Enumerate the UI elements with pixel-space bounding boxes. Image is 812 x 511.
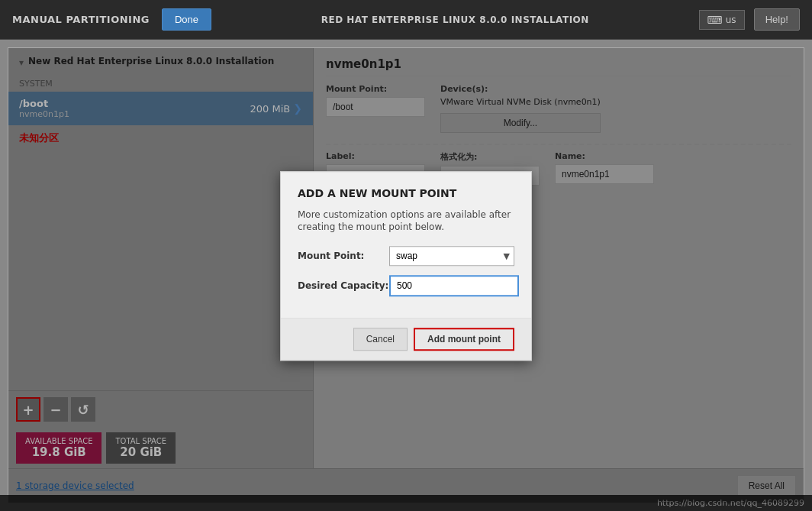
modal-capacity-input[interactable] xyxy=(389,275,519,296)
modal-description: More customization options are available… xyxy=(298,209,514,234)
app-title: MANUAL PARTITIONING xyxy=(12,14,150,25)
keyboard-icon: ⌨ xyxy=(707,14,723,26)
modal-capacity-label: Desired Capacity: xyxy=(298,280,389,291)
modal-mount-point-select[interactable]: swap / /boot /home /var /tmp xyxy=(389,246,514,266)
cancel-button[interactable]: Cancel xyxy=(353,328,408,351)
modal-title: ADD A NEW MOUNT POINT xyxy=(298,187,514,199)
header-left: MANUAL PARTITIONING Done xyxy=(12,8,211,31)
installation-title: RED HAT ENTERPRISE LINUX 8.0.0 INSTALLAT… xyxy=(321,15,589,25)
keyboard-layout: us xyxy=(726,15,736,25)
add-mount-point-button[interactable]: Add mount point xyxy=(414,328,514,351)
modal-mount-point-label: Mount Point: xyxy=(298,251,389,261)
modal-mount-point-row: Mount Point: swap / /boot /home /var /tm… xyxy=(298,246,514,266)
main-content: ▾ New Red Hat Enterprise Linux 8.0.0 Ins… xyxy=(0,40,812,511)
add-mount-point-modal: ADD A NEW MOUNT POINT More customization… xyxy=(280,171,532,361)
inner-panel: ▾ New Red Hat Enterprise Linux 8.0.0 Ins… xyxy=(8,47,804,503)
header-right: ⌨ us Help! xyxy=(699,8,800,31)
header-bar: MANUAL PARTITIONING Done RED HAT ENTERPR… xyxy=(0,0,812,40)
modal-mount-point-wrapper: swap / /boot /home /var /tmp ▼ xyxy=(389,246,514,266)
help-button[interactable]: Help! xyxy=(754,8,800,31)
modal-capacity-row: Desired Capacity: xyxy=(298,275,514,296)
modal-body: ADD A NEW MOUNT POINT More customization… xyxy=(281,172,531,319)
keyboard-indicator[interactable]: ⌨ us xyxy=(699,10,745,30)
modal-footer: Cancel Add mount point xyxy=(281,318,531,360)
done-button[interactable]: Done xyxy=(162,8,211,31)
